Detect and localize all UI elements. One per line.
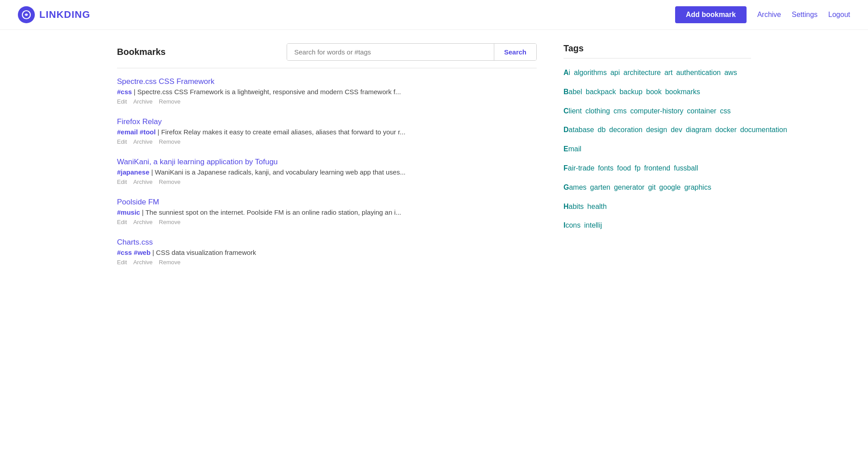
bookmark-description: #music | The sunniest spot on the intern… xyxy=(117,208,537,216)
tag-link[interactable]: architecture xyxy=(623,69,661,76)
tag-link[interactable]: design xyxy=(646,126,667,133)
bookmark-action-remove[interactable]: Remove xyxy=(159,138,180,145)
logo[interactable]: LINKDING xyxy=(18,6,90,23)
bookmark-tags: #css xyxy=(117,88,132,96)
tag-link[interactable]: Database xyxy=(563,126,594,133)
tag-link[interactable]: Habits xyxy=(563,203,584,210)
tag-link[interactable]: documentation xyxy=(740,126,787,133)
tag-link[interactable]: decoration xyxy=(609,126,643,133)
tag-link[interactable]: graphics xyxy=(684,183,711,191)
tag-letter: H xyxy=(563,203,569,210)
bookmark-title[interactable]: Charts.css xyxy=(117,238,537,247)
search-input[interactable] xyxy=(287,44,494,60)
bookmark-actions: EditArchiveRemove xyxy=(117,219,537,225)
archive-link[interactable]: Archive xyxy=(757,11,781,19)
bookmark-title[interactable]: WaniKani, a kanji learning application b… xyxy=(117,158,537,166)
bookmark-action-archive[interactable]: Archive xyxy=(133,259,152,266)
header: LINKDING Add bookmark Archive Settings L… xyxy=(0,0,868,30)
tag-link[interactable]: health xyxy=(587,203,607,210)
tag-link[interactable]: fonts xyxy=(598,164,613,172)
tag-link[interactable]: Fair-trade xyxy=(563,164,594,172)
add-bookmark-button[interactable]: Add bookmark xyxy=(675,6,747,23)
bookmark-action-remove[interactable]: Remove xyxy=(159,98,180,105)
tag-letter: B xyxy=(563,88,569,96)
tag-letter: I xyxy=(563,221,565,229)
tag-letter: D xyxy=(563,126,569,133)
bookmarks-divider xyxy=(117,68,537,68)
bookmark-action-archive[interactable]: Archive xyxy=(133,179,152,185)
tag-group: Habitshealth xyxy=(563,200,751,213)
bookmark-tags: #music xyxy=(117,208,140,216)
tag-link[interactable]: docker xyxy=(715,126,737,133)
tag-link[interactable]: aws xyxy=(724,69,737,76)
tag-link[interactable]: dev xyxy=(671,126,682,133)
bookmark-action-archive[interactable]: Archive xyxy=(133,98,152,105)
bookmark-action-remove[interactable]: Remove xyxy=(159,259,180,266)
tag-group: Gamesgartengeneratorgitgooglegraphics xyxy=(563,181,751,194)
tag-letter: E xyxy=(563,145,568,153)
tag-link[interactable]: google xyxy=(659,183,680,191)
tag-link[interactable]: backup xyxy=(619,88,643,96)
tag-link[interactable]: fussball xyxy=(674,164,698,172)
main-content: Bookmarks Search Spectre.css CSS Framewo… xyxy=(99,30,769,291)
settings-link[interactable]: Settings xyxy=(792,11,818,19)
bookmark-action-edit[interactable]: Edit xyxy=(117,219,127,225)
bookmark-title[interactable]: Spectre.css CSS Framework xyxy=(117,77,537,86)
tag-link[interactable]: fp xyxy=(634,164,640,172)
bookmark-item: Spectre.css CSS Framework#css | Spectre.… xyxy=(117,77,537,105)
bookmark-description: #css | Spectre.css CSS Framework is a li… xyxy=(117,88,537,96)
tag-link[interactable]: Games xyxy=(563,183,587,191)
bookmark-action-edit[interactable]: Edit xyxy=(117,98,127,105)
bookmark-action-archive[interactable]: Archive xyxy=(133,138,152,145)
tag-group: Email xyxy=(563,143,751,156)
tag-link[interactable]: authentication xyxy=(676,69,721,76)
tag-link[interactable]: book xyxy=(646,88,662,96)
bookmark-action-edit[interactable]: Edit xyxy=(117,179,127,185)
tag-link[interactable]: algorithms xyxy=(574,69,607,76)
tags-list: Aialgorithmsapiarchitectureartauthentica… xyxy=(563,67,751,232)
tag-link[interactable]: clothing xyxy=(585,107,610,115)
tag-link[interactable]: css xyxy=(720,107,730,115)
tag-link[interactable]: Ai xyxy=(563,69,570,76)
bookmark-item: Firefox Relay#email #tool | Firefox Rela… xyxy=(117,117,537,145)
tag-link[interactable]: generator xyxy=(614,183,645,191)
tag-link[interactable]: art xyxy=(664,69,673,76)
tag-link[interactable]: bookmarks xyxy=(665,88,700,96)
tag-link[interactable]: Icons xyxy=(563,221,580,229)
bookmark-tags: #japanese xyxy=(117,168,150,176)
tag-link[interactable]: backpack xyxy=(586,88,616,96)
tag-link[interactable]: db xyxy=(598,126,606,133)
tag-link[interactable]: intellij xyxy=(584,221,602,229)
bookmark-action-remove[interactable]: Remove xyxy=(159,179,180,185)
bookmark-actions: EditArchiveRemove xyxy=(117,138,537,145)
tag-link[interactable]: container xyxy=(687,107,717,115)
bookmark-title[interactable]: Poolside FM xyxy=(117,198,537,207)
tag-group: Databasedbdecorationdesigndevdiagramdock… xyxy=(563,124,751,137)
tag-link[interactable]: Babel xyxy=(563,88,582,96)
app-name: LINKDING xyxy=(39,9,90,21)
tag-link[interactable]: food xyxy=(617,164,631,172)
bookmark-actions: EditArchiveRemove xyxy=(117,259,537,266)
bookmark-action-edit[interactable]: Edit xyxy=(117,259,127,266)
bookmark-action-archive[interactable]: Archive xyxy=(133,219,152,225)
tag-link[interactable]: git xyxy=(648,183,655,191)
tag-link[interactable]: api xyxy=(610,69,620,76)
tag-link[interactable]: Client xyxy=(563,107,582,115)
tags-title: Tags xyxy=(563,43,751,54)
bookmark-title[interactable]: Firefox Relay xyxy=(117,117,537,126)
tag-link[interactable]: garten xyxy=(590,183,610,191)
tag-link[interactable]: diagram xyxy=(686,126,712,133)
logout-link[interactable]: Logout xyxy=(828,11,850,19)
tag-link[interactable]: cms xyxy=(613,107,626,115)
tag-group: Iconsintellij xyxy=(563,219,751,232)
tag-link[interactable]: computer-history xyxy=(630,107,683,115)
tag-group: Aialgorithmsapiarchitectureartauthentica… xyxy=(563,67,751,79)
bookmark-action-remove[interactable]: Remove xyxy=(159,219,180,225)
bookmark-tags: #email #tool xyxy=(117,128,156,136)
tags-section: Tags Aialgorithmsapiarchitectureartauthe… xyxy=(563,43,751,278)
tag-link[interactable]: Email xyxy=(563,145,581,153)
search-button[interactable]: Search xyxy=(494,44,536,60)
bookmark-action-edit[interactable]: Edit xyxy=(117,138,127,145)
bookmarks-list: Spectre.css CSS Framework#css | Spectre.… xyxy=(117,77,537,266)
tag-link[interactable]: frontend xyxy=(644,164,671,172)
